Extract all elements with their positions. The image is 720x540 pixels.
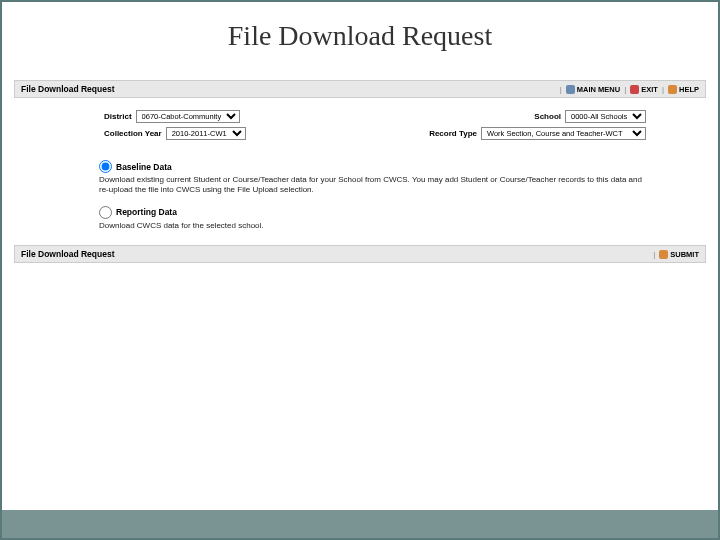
menu-icon (566, 85, 575, 94)
exit-icon (630, 85, 639, 94)
reporting-radio[interactable] (99, 206, 112, 219)
collection-year-label: Collection Year (104, 129, 162, 138)
school-select[interactable]: 0000-All Schools (565, 110, 646, 123)
exit-link[interactable]: EXIT (630, 85, 658, 94)
baseline-label: Baseline Data (116, 162, 172, 172)
section-title: File Download Request (21, 84, 115, 94)
baseline-description: Download existing current Student or Cou… (99, 175, 646, 196)
submit-icon (659, 250, 668, 259)
baseline-radio[interactable] (99, 160, 112, 173)
help-icon (668, 85, 677, 94)
reporting-label: Reporting Data (116, 207, 177, 217)
main-menu-link[interactable]: MAIN MENU (566, 85, 620, 94)
section-header-top: File Download Request | MAIN MENU | EXIT… (14, 80, 706, 98)
reporting-description: Download CWCS data for the selected scho… (99, 221, 646, 231)
slide-footer-bar (2, 510, 718, 538)
section-header-bottom: File Download Request | SUBMIT (14, 245, 706, 263)
help-link[interactable]: HELP (668, 85, 699, 94)
record-type-label: Record Type (429, 129, 477, 138)
submit-button[interactable]: SUBMIT (659, 250, 699, 259)
district-label: District (104, 112, 132, 121)
section-title-bottom: File Download Request (21, 249, 115, 259)
record-type-select[interactable]: Work Section, Course and Teacher-WCT (481, 127, 646, 140)
school-label: School (534, 112, 561, 121)
page-title: File Download Request (2, 2, 718, 62)
collection-year-select[interactable]: 2010-2011-CW1 (166, 127, 246, 140)
district-select[interactable]: 0670-Cabot-Community (136, 110, 240, 123)
